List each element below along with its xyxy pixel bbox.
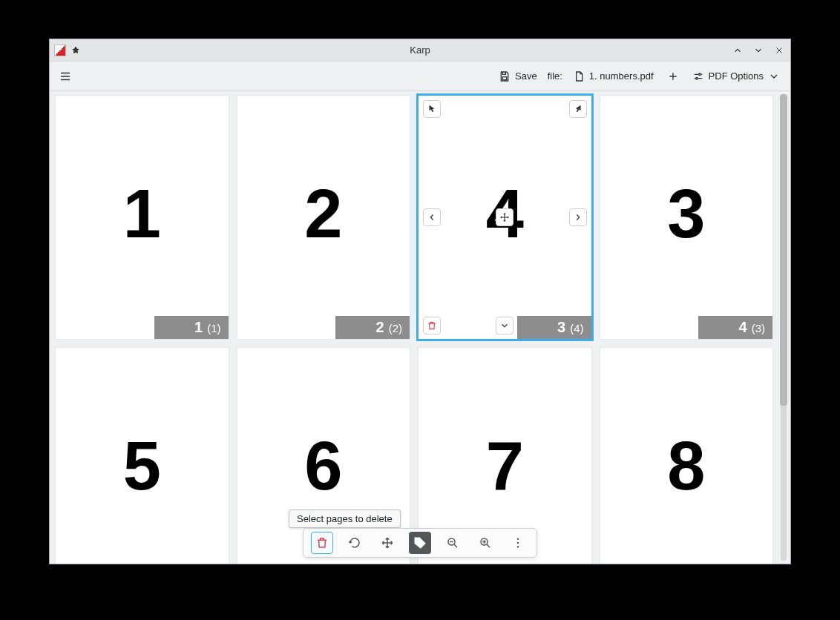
page-content-number: 1 xyxy=(56,179,229,248)
tag-tool-button[interactable] xyxy=(409,532,431,554)
page-original-index: (4) xyxy=(570,322,583,334)
save-button[interactable]: Save xyxy=(496,67,540,85)
page-index-badge: 2(2) xyxy=(335,316,410,339)
svg-point-8 xyxy=(517,546,519,547)
pin-icon[interactable] xyxy=(70,45,81,56)
select-end-button[interactable] xyxy=(569,100,587,118)
delete-tool-button[interactable] xyxy=(311,532,333,554)
page-content-number: 6 xyxy=(237,432,410,500)
chevron-down-icon xyxy=(499,320,510,331)
rotate-icon xyxy=(348,536,361,550)
sliders-icon xyxy=(692,70,704,82)
page-index: 3 xyxy=(557,319,565,336)
zoom-out-button[interactable] xyxy=(442,532,464,554)
document-icon xyxy=(573,70,585,82)
chevron-down-icon xyxy=(768,70,780,82)
svg-point-7 xyxy=(517,542,519,544)
pointer-icon xyxy=(427,104,437,114)
trash-icon xyxy=(427,320,437,331)
move-right-button[interactable] xyxy=(569,208,587,226)
filename-label: 1. numbers.pdf xyxy=(589,70,654,82)
page-grid: 11(1)22(2)43(4)34(3)55(5)66(6)77(7)88(8) xyxy=(56,96,772,564)
toolbar: Save file: 1. numbers.pdf PDF Options xyxy=(50,62,790,91)
page-content-number: 7 xyxy=(419,432,591,500)
select-start-button[interactable] xyxy=(423,100,441,118)
page-index: 4 xyxy=(739,319,747,336)
zoom-out-icon xyxy=(446,536,459,550)
more-button[interactable] xyxy=(507,532,529,554)
delete-page-button[interactable] xyxy=(423,317,441,334)
svg-point-3 xyxy=(416,539,418,541)
file-label: file: xyxy=(548,70,562,82)
page-thumbnail[interactable]: 43(4) xyxy=(419,96,591,339)
page-original-index: (3) xyxy=(752,322,765,334)
file-button[interactable]: 1. numbers.pdf xyxy=(570,67,657,85)
floating-toolbar xyxy=(303,528,537,558)
page-thumbnail[interactable]: 11(1) xyxy=(56,96,229,339)
kebab-icon xyxy=(511,536,525,550)
zoom-in-button[interactable] xyxy=(474,532,496,554)
tooltip-text: Select pages to delete xyxy=(297,513,393,524)
rotate-tool-button[interactable] xyxy=(344,532,366,554)
page-thumbnail[interactable]: 55(5) xyxy=(56,348,229,564)
svg-point-6 xyxy=(517,538,519,540)
page-content-number: 3 xyxy=(600,179,773,248)
tooltip: Select pages to delete xyxy=(289,509,401,528)
page-thumbnail[interactable]: 88(8) xyxy=(600,348,773,564)
maximize-button[interactable] xyxy=(752,44,765,57)
page-original-index: (1) xyxy=(207,322,220,334)
save-label: Save xyxy=(515,70,537,82)
move-left-button[interactable] xyxy=(423,208,441,226)
svg-point-1 xyxy=(698,73,700,76)
titlebar: Karp xyxy=(50,39,790,62)
save-icon xyxy=(499,70,511,82)
zoom-in-icon xyxy=(479,536,492,550)
pdf-options-button[interactable]: PDF Options xyxy=(689,67,783,85)
add-button[interactable] xyxy=(664,67,682,85)
tag-icon xyxy=(413,536,427,550)
app-icon xyxy=(54,44,66,56)
page-index: 2 xyxy=(376,319,384,336)
move-icon xyxy=(381,536,394,550)
drag-handle[interactable] xyxy=(496,208,513,226)
plus-icon xyxy=(667,70,679,82)
page-thumbnail[interactable]: 22(2) xyxy=(237,96,410,339)
scrollbar-thumb[interactable] xyxy=(780,94,787,406)
trash-icon xyxy=(315,536,329,550)
svg-point-2 xyxy=(695,77,698,79)
svg-rect-0 xyxy=(502,76,506,79)
page-index-badge: 4(3) xyxy=(698,316,772,339)
scrollbar[interactable] xyxy=(778,94,789,561)
page-content-number: 5 xyxy=(56,432,229,500)
window-title: Karp xyxy=(50,44,790,56)
close-button[interactable] xyxy=(772,44,786,57)
page-index-badge: 1(1) xyxy=(154,316,229,339)
content-area: 11(1)22(2)43(4)34(3)55(5)66(6)77(7)88(8)… xyxy=(50,91,790,564)
page-content-number: 2 xyxy=(237,179,410,248)
menu-button[interactable] xyxy=(57,68,73,85)
chevron-left-icon xyxy=(427,212,437,222)
page-index: 1 xyxy=(194,319,203,336)
pdf-options-label: PDF Options xyxy=(709,70,764,82)
expand-button[interactable] xyxy=(496,317,513,334)
minimize-button[interactable] xyxy=(731,44,744,57)
page-content-number: 8 xyxy=(600,432,773,500)
pointer-icon xyxy=(573,104,583,114)
app-window: Karp Save file: 1. numbers.pdf xyxy=(49,39,791,564)
page-thumbnail[interactable]: 34(3) xyxy=(600,96,773,339)
move-icon xyxy=(499,212,510,222)
page-original-index: (2) xyxy=(389,322,402,334)
move-tool-button[interactable] xyxy=(376,532,398,554)
page-index-badge: 3(4) xyxy=(517,316,591,339)
chevron-right-icon xyxy=(573,212,583,222)
